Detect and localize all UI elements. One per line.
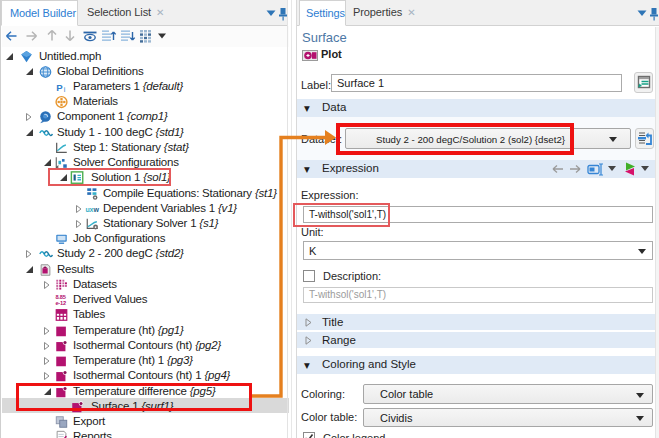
svg-text:i: i (64, 86, 66, 93)
svg-text:8.85: 8.85 (55, 294, 65, 300)
svg-text:e-12: e-12 (55, 300, 66, 306)
svg-text:w: w (92, 205, 99, 212)
svg-text:ux: ux (86, 205, 94, 212)
svg-text:P: P (56, 81, 63, 92)
